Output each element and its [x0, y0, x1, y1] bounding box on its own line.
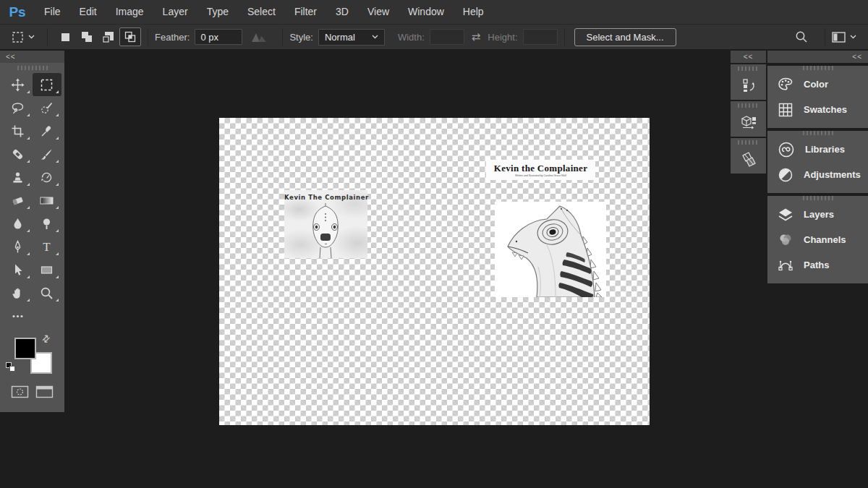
- quick-mask-button[interactable]: [11, 385, 29, 398]
- marquee-preset-icon: [12, 31, 24, 43]
- new-selection-mode-button[interactable]: [54, 27, 76, 46]
- blur-drop-icon: [11, 217, 25, 231]
- menu-filter[interactable]: Filter: [285, 0, 326, 24]
- lasso-tool[interactable]: [3, 96, 33, 119]
- default-colors-icon[interactable]: [6, 362, 16, 372]
- subtract-selection-icon: [103, 31, 114, 43]
- screen-mode-button[interactable]: [35, 385, 54, 398]
- swap-dimensions-icon[interactable]: ⇄: [472, 30, 481, 43]
- width-label: Width:: [398, 32, 425, 43]
- spot-healing-brush-tool[interactable]: [3, 142, 33, 166]
- path-selection-tool[interactable]: [3, 258, 33, 281]
- divider: [825, 28, 825, 46]
- menu-type[interactable]: Type: [197, 0, 238, 24]
- menu-window[interactable]: Window: [399, 0, 454, 24]
- eyedropper-icon: [40, 124, 54, 138]
- lasso-icon: [11, 101, 25, 115]
- chevron-down-icon: [372, 35, 378, 39]
- color-panel-tab[interactable]: Color: [767, 72, 868, 97]
- zoom-tool[interactable]: [33, 281, 62, 304]
- layers-channels-paths-group: Layers Channels Paths: [767, 196, 868, 283]
- swap-colors-icon[interactable]: ⇄: [39, 332, 52, 345]
- channels-icon: [777, 231, 794, 249]
- tools-panel: <<: [0, 51, 64, 412]
- move-tool[interactable]: [3, 73, 33, 96]
- intersect-selection-mode-button[interactable]: [119, 27, 141, 46]
- menu-bar: Ps File Edit Image Layer Type Select Fil…: [0, 0, 868, 24]
- strip-header[interactable]: <<: [731, 51, 766, 63]
- tools-panel-header[interactable]: <<: [0, 51, 64, 63]
- paths-panel-tab[interactable]: Paths: [767, 252, 868, 278]
- svg-text:T: T: [43, 240, 51, 254]
- feather-label: Feather:: [155, 32, 190, 43]
- rectangle-shape-tool[interactable]: [33, 258, 62, 281]
- history-panel-button[interactable]: [731, 64, 766, 100]
- subtract-selection-mode-button[interactable]: [98, 27, 119, 46]
- options-bar: Feather: Style: Normal Width: ⇄ Height: …: [0, 24, 868, 50]
- brush-icon: [40, 147, 54, 161]
- history-brush-tool[interactable]: [33, 166, 62, 189]
- menu-3d[interactable]: 3D: [326, 0, 358, 24]
- title-card-subtitle: Written and Illustrated by Caroline Grac…: [514, 174, 569, 177]
- menu-edit[interactable]: Edit: [70, 0, 106, 24]
- clone-stamp-tool[interactable]: [3, 166, 33, 189]
- type-tool[interactable]: T: [33, 235, 62, 258]
- foreground-color-swatch[interactable]: [14, 338, 36, 359]
- libraries-panel-tab[interactable]: Libraries: [767, 137, 868, 162]
- hand-tool[interactable]: [3, 281, 33, 304]
- kevin-face-drawing: [284, 190, 367, 258]
- search-icon[interactable]: [795, 30, 808, 43]
- brush-tool[interactable]: [33, 142, 62, 166]
- blur-tool[interactable]: [3, 212, 33, 235]
- width-input[interactable]: [430, 29, 464, 45]
- menu-layer[interactable]: Layer: [153, 0, 197, 24]
- title-card-layer[interactable]: Kevin the Complainer Written and Illustr…: [486, 160, 595, 180]
- photoshop-logo[interactable]: Ps: [0, 4, 35, 20]
- dodge-icon: [40, 217, 54, 231]
- menu-file[interactable]: File: [35, 0, 70, 24]
- divider: [47, 28, 48, 46]
- gradient-tool[interactable]: [33, 189, 62, 212]
- workspace-switcher-icon[interactable]: [832, 32, 856, 43]
- pen-tool[interactable]: [3, 235, 33, 258]
- layers-panel-tab[interactable]: Layers: [767, 202, 868, 227]
- style-value: Normal: [325, 32, 355, 43]
- menu-select[interactable]: Select: [238, 0, 285, 24]
- crop-tool[interactable]: [3, 119, 33, 142]
- color-picker-widget: ⇄: [0, 333, 64, 381]
- comp-panel-button[interactable]: [731, 138, 766, 174]
- add-selection-mode-button[interactable]: [76, 27, 98, 46]
- document-canvas[interactable]: Kevin The Complainer Kevin the Complaine…: [219, 118, 650, 425]
- chevron-down-icon: [850, 35, 856, 39]
- select-and-mask-button[interactable]: Select and Mask...: [574, 28, 676, 46]
- color-panel-label: Color: [804, 79, 828, 90]
- channels-panel-tab[interactable]: Channels: [767, 227, 868, 252]
- kevin-profile-drawing: [495, 202, 606, 297]
- panel-grip[interactable]: [803, 131, 833, 135]
- dock-header[interactable]: <<: [767, 51, 868, 63]
- swatches-panel-tab[interactable]: Swatches: [767, 97, 868, 122]
- tool-preset-button[interactable]: [0, 31, 41, 43]
- kevin-profile-layer[interactable]: [495, 202, 606, 297]
- edit-toolbar-button[interactable]: [3, 304, 33, 328]
- quick-selection-tool[interactable]: [33, 96, 62, 119]
- properties-panel-button[interactable]: [731, 101, 766, 137]
- eraser-tool[interactable]: [3, 189, 33, 212]
- eyedropper-tool[interactable]: [33, 119, 62, 142]
- panel-grip[interactable]: [803, 196, 833, 200]
- adjustments-panel-tab[interactable]: Adjustments: [767, 162, 868, 187]
- panel-grip[interactable]: [803, 66, 833, 70]
- pen-icon: [11, 240, 25, 254]
- panel-grip[interactable]: [17, 66, 48, 70]
- menu-image[interactable]: Image: [106, 0, 153, 24]
- right-panel-dock: << Color Swatches Libraries Adjustments …: [767, 51, 868, 283]
- layers-panel-label: Layers: [804, 209, 834, 220]
- dodge-tool[interactable]: [33, 212, 62, 235]
- kevin-sketch-layer[interactable]: Kevin The Complainer: [284, 190, 367, 258]
- style-dropdown[interactable]: Normal: [318, 29, 385, 46]
- height-input[interactable]: [523, 29, 558, 45]
- menu-view[interactable]: View: [358, 0, 399, 24]
- menu-help[interactable]: Help: [454, 0, 493, 24]
- feather-input[interactable]: [195, 29, 242, 45]
- rectangular-marquee-tool[interactable]: [33, 73, 62, 96]
